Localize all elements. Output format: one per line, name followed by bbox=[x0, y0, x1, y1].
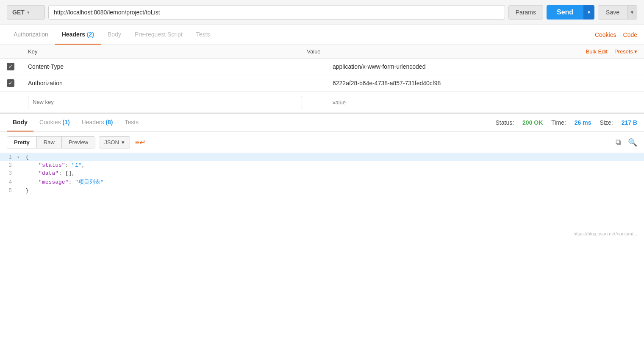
view-tabs: Pretty Raw Preview bbox=[7, 136, 95, 148]
tab-headers[interactable]: Headers (2) bbox=[55, 25, 101, 45]
code-line-4: 4 "message": "项目列表" bbox=[0, 177, 644, 187]
save-button[interactable]: Save bbox=[598, 6, 627, 19]
size-label: Size: bbox=[600, 119, 613, 126]
url-input[interactable] bbox=[48, 5, 505, 20]
time-label: Time: bbox=[551, 119, 566, 126]
checkbox-content-type[interactable]: ✓ bbox=[7, 63, 14, 70]
new-value-cell bbox=[333, 99, 637, 106]
new-value-input[interactable] bbox=[333, 99, 607, 106]
search-icon[interactable]: 🔍 bbox=[628, 138, 637, 147]
code-line-5: 5 } bbox=[0, 187, 644, 195]
header-row: ✓ Authorization 6222af28-b64e-4738-a857-… bbox=[0, 75, 644, 92]
row2-key[interactable]: Authorization bbox=[28, 80, 333, 87]
headers-table-header: Key Value Bulk Edit Presets ▾ bbox=[0, 45, 644, 59]
new-key-cell bbox=[28, 96, 333, 108]
size-value: 217 B bbox=[622, 119, 637, 126]
response-section: Body Cookies (1) Headers (8) Tests Statu… bbox=[0, 113, 644, 238]
url-bar: GET ▾ Params Send ▾ Save ▾ bbox=[0, 0, 644, 25]
tab-authorization[interactable]: Authorization bbox=[7, 25, 55, 45]
tab-response-tests[interactable]: Tests bbox=[119, 114, 145, 131]
toolbar-right: ⧉ 🔍 bbox=[616, 138, 637, 147]
row2-value[interactable]: 6222af28-b64e-4738-a857-731fed40cf98 bbox=[333, 80, 637, 87]
row1-check[interactable]: ✓ bbox=[7, 63, 28, 70]
tab-body-request[interactable]: Body bbox=[101, 25, 128, 45]
tab-tests-request[interactable]: Tests bbox=[189, 25, 217, 45]
save-btn-group: Save ▾ bbox=[598, 5, 637, 20]
bulk-edit-button[interactable]: Bulk Edit bbox=[586, 48, 608, 55]
view-tab-pretty[interactable]: Pretty bbox=[7, 137, 37, 148]
presets-button[interactable]: Presets ▾ bbox=[614, 48, 637, 55]
response-tabs: Body Cookies (1) Headers (8) Tests Statu… bbox=[0, 114, 644, 132]
cookies-link[interactable]: Cookies bbox=[595, 25, 616, 44]
format-dropdown[interactable]: JSON ▾ bbox=[99, 136, 130, 148]
method-selector[interactable]: GET ▾ bbox=[7, 5, 45, 20]
header-row: ✓ Content-Type application/x-www-form-ur… bbox=[0, 59, 644, 75]
code-line-3: 3 "data": [], bbox=[0, 169, 644, 177]
value-col-header: Value bbox=[307, 48, 586, 55]
code-line-1: 1 ▾ { bbox=[0, 153, 644, 161]
view-tab-raw[interactable]: Raw bbox=[37, 137, 62, 148]
tab-response-headers[interactable]: Headers (8) bbox=[76, 114, 119, 131]
checkbox-authorization[interactable]: ✓ bbox=[7, 79, 14, 87]
code-link[interactable]: Code bbox=[623, 25, 637, 44]
send-button[interactable]: Send bbox=[547, 5, 583, 20]
presets-chevron-icon: ▾ bbox=[634, 48, 637, 55]
code-line-2: 2 "status": "1", bbox=[0, 161, 644, 169]
view-tab-preview[interactable]: Preview bbox=[62, 137, 95, 148]
cookies-response-badge: (1) bbox=[62, 119, 69, 126]
save-dropdown-button[interactable]: ▾ bbox=[627, 6, 637, 19]
tab-response-cookies[interactable]: Cookies (1) bbox=[33, 114, 76, 131]
row1-value[interactable]: application/x-www-form-urlencoded bbox=[333, 63, 637, 70]
key-col-header: Key bbox=[28, 48, 307, 55]
status-label: Status: bbox=[495, 119, 514, 126]
code-area: 1 ▾ { 2 "status": "1", 3 "data": [], 4 "… bbox=[0, 153, 644, 229]
row2-check[interactable]: ✓ bbox=[7, 79, 28, 87]
method-chevron: ▾ bbox=[27, 10, 29, 15]
new-key-input[interactable] bbox=[28, 96, 302, 108]
row1-key[interactable]: Content-Type bbox=[28, 63, 333, 70]
send-btn-group: Send ▾ bbox=[547, 5, 594, 20]
headers-response-badge: (8) bbox=[105, 119, 113, 126]
tab-pre-request-script[interactable]: Pre-request Script bbox=[128, 25, 189, 45]
request-tabs: Authorization Headers (2) Body Pre-reque… bbox=[0, 25, 644, 45]
copy-icon[interactable]: ⧉ bbox=[616, 138, 621, 147]
body-toolbar: Pretty Raw Preview JSON ▾ ≡↵ ⧉ 🔍 bbox=[0, 132, 644, 153]
send-dropdown-button[interactable]: ▾ bbox=[583, 5, 594, 20]
time-value: 26 ms bbox=[575, 119, 591, 126]
request-tab-right-links: Cookies Code bbox=[595, 25, 637, 44]
watermark: https://blog.oson.net/naniam/... bbox=[0, 229, 644, 238]
headers-tab-badge: (2) bbox=[87, 31, 94, 38]
headers-section: Key Value Bulk Edit Presets ▾ ✓ Content-… bbox=[0, 45, 644, 113]
headers-actions: Bulk Edit Presets ▾ bbox=[586, 48, 637, 55]
wrap-icon[interactable]: ≡↵ bbox=[135, 138, 146, 147]
response-status-bar: Status: 200 OK Time: 26 ms Size: 217 B bbox=[495, 119, 637, 126]
new-header-row bbox=[0, 92, 644, 113]
format-chevron-icon: ▾ bbox=[122, 139, 125, 145]
status-value: 200 OK bbox=[522, 119, 543, 126]
tab-response-body[interactable]: Body bbox=[7, 114, 33, 131]
method-label: GET bbox=[12, 9, 25, 16]
params-button[interactable]: Params bbox=[508, 5, 543, 20]
